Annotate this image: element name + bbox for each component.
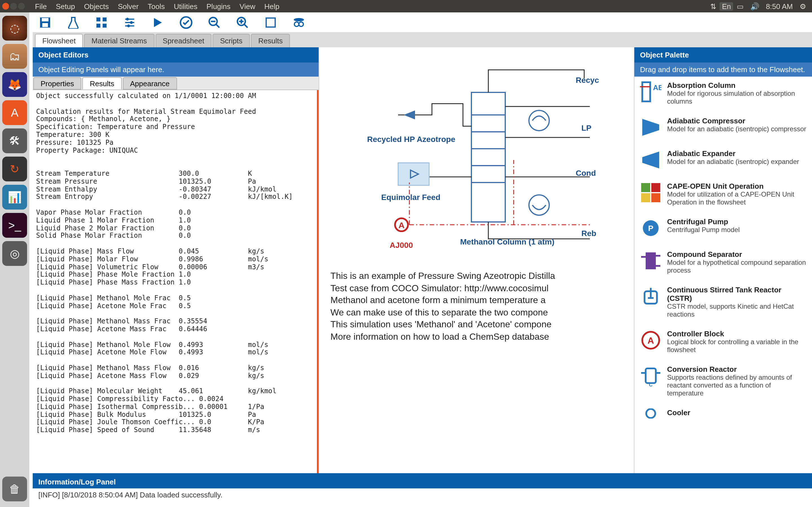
sub-tab-appearance[interactable]: Appearance [123, 77, 177, 90]
sliders-icon[interactable] [123, 15, 137, 29]
palette-item-compound-separator[interactable]: Compound SeparatorModel for a hypothetic… [635, 245, 812, 281]
object-editors-subheader: Object Editing Panels will appear here. [33, 62, 319, 76]
object-editors-panel: Object Editors Object Editing Panels wil… [33, 47, 319, 473]
label-lp: LP [581, 123, 592, 132]
flask-icon[interactable] [66, 15, 80, 29]
svg-rect-5 [96, 23, 100, 27]
palette-item-desc: Model for an adiabatic (isentropic) comp… [667, 125, 806, 133]
menu-setup[interactable]: Setup [51, 2, 80, 10]
play-icon[interactable] [151, 15, 165, 29]
palette-list[interactable]: AB Absorption ColumnModel for rigorous s… [635, 76, 812, 473]
label-reb: Reb [581, 229, 596, 238]
spy-icon[interactable] [292, 15, 306, 29]
palette-item-title: Absorption Column [667, 81, 806, 90]
menu-file[interactable]: File [31, 2, 51, 10]
launcher-updater-icon[interactable]: ↻ [2, 157, 27, 181]
info-panel-header: Information/Log Panel [33, 475, 812, 489]
label-cond: Cond [576, 168, 596, 177]
palette-item-cooler[interactable]: Cooler [635, 404, 812, 437]
palette-item-desc: Logical block for controlling a variable… [667, 338, 806, 354]
svg-rect-2 [42, 23, 48, 27]
svg-point-33 [529, 195, 549, 215]
tab-results[interactable]: Results [251, 34, 290, 47]
palette-item-cstr[interactable]: Continuous Stirred Tank Reactor (CSTR)CS… [635, 281, 812, 325]
gear-icon[interactable]: ⚙ [796, 2, 810, 10]
launcher-firefox-icon[interactable]: 🦊 [2, 72, 27, 97]
palette-item-centrifugal-pump[interactable]: P Centrifugal PumpCentrifugal Pump model [635, 213, 812, 245]
save-icon[interactable] [38, 15, 52, 29]
window-minimize-button[interactable] [10, 3, 17, 10]
svg-rect-4 [103, 17, 107, 21]
launcher-other-icon[interactable]: ◎ [2, 241, 27, 266]
sub-tab-properties[interactable]: Properties [33, 77, 82, 90]
svg-point-12 [127, 24, 130, 27]
grid-icon[interactable] [95, 15, 108, 29]
menu-view[interactable]: View [235, 2, 260, 10]
fit-icon[interactable] [264, 15, 277, 29]
tab-spreadsheet[interactable]: Spreadsheet [155, 34, 211, 47]
tab-flowsheet[interactable]: Flowsheet [35, 34, 83, 47]
clock[interactable]: 8:50 AM [763, 2, 796, 10]
compressor-icon [640, 117, 661, 138]
menu-help[interactable]: Help [260, 2, 284, 10]
window-close-button[interactable] [2, 3, 9, 10]
menu-solver[interactable]: Solver [113, 2, 143, 10]
tab-material-streams[interactable]: Material Streams [84, 34, 154, 47]
network-icon[interactable]: ⇅ [707, 2, 720, 10]
palette-item-absorption-column[interactable]: AB Absorption ColumnModel for rigorous s… [635, 76, 812, 112]
svg-marker-40 [642, 119, 659, 136]
object-palette-header: Object Palette [635, 47, 812, 62]
svg-text:C: C [649, 382, 653, 386]
system-menu-bar: File Setup Objects Solver Tools Utilitie… [0, 0, 812, 12]
svg-rect-44 [641, 193, 650, 202]
svg-rect-37 [642, 82, 650, 101]
svg-point-24 [294, 22, 299, 26]
expander-icon [640, 149, 661, 171]
volume-icon[interactable]: 🔊 [747, 2, 763, 10]
palette-item-title: Compound Separator [667, 250, 806, 259]
palette-item-adiabatic-expander[interactable]: Adiabatic ExpanderModel for an adiabatic… [635, 145, 812, 177]
palette-item-desc: Model for an adiabatic (isentropic) expa… [667, 158, 799, 166]
controller-a-node[interactable]: A [394, 217, 409, 232]
zoom-out-icon[interactable] [207, 15, 221, 29]
menu-objects[interactable]: Objects [80, 2, 113, 10]
label-aj000: AJ000 [390, 240, 413, 249]
launcher-dwsim-icon[interactable]: 📊 [2, 185, 27, 210]
svg-rect-42 [641, 183, 650, 192]
language-indicator[interactable]: En [720, 2, 733, 10]
palette-item-conversion-reactor[interactable]: C Conversion ReactorSupports reactions d… [635, 360, 812, 404]
battery-icon[interactable]: ▭ [733, 2, 747, 10]
launcher-software-icon[interactable]: A [2, 100, 27, 125]
svg-rect-3 [96, 17, 100, 21]
cooler-icon [640, 408, 661, 430]
svg-rect-26 [471, 93, 505, 222]
check-circle-icon[interactable] [179, 15, 193, 29]
palette-item-cape-open[interactable]: CAPE-OPEN Unit OperationModel for utiliz… [635, 177, 812, 213]
launcher-terminal-icon[interactable]: >_ [2, 213, 27, 238]
menu-utilities[interactable]: Utilities [169, 2, 202, 10]
palette-item-desc: Model for rigorous simulation of absorpt… [667, 90, 806, 105]
window-maximize-button[interactable] [18, 3, 25, 10]
information-log-panel: Information/Log Panel [INFO] [8/10/2018 … [33, 473, 812, 507]
flowsheet-canvas[interactable]: Recyc Recycled HP Azeotrope LP Cond Reb … [319, 47, 634, 473]
zoom-in-icon[interactable] [236, 15, 249, 29]
launcher-trash-icon[interactable]: 🗑 [2, 476, 27, 501]
menu-tools[interactable]: Tools [143, 2, 169, 10]
svg-text:AB: AB [653, 83, 661, 92]
launcher-dash-icon[interactable]: ◌ [2, 16, 27, 41]
label-methanol-column: Methanol Column (1 atm) [460, 237, 554, 246]
palette-item-desc: Supports reactions defined by amounts of… [667, 374, 806, 397]
palette-item-title: Conversion Reactor [667, 365, 806, 374]
palette-item-title: Centrifugal Pump [667, 217, 740, 226]
sub-tab-results[interactable]: Results [83, 77, 122, 90]
results-output[interactable]: Object successfully calculated on 1/1/00… [33, 90, 319, 473]
launcher-settings-icon[interactable]: 🛠 [2, 128, 27, 153]
palette-item-adiabatic-compressor[interactable]: Adiabatic CompressorModel for an adiabat… [635, 112, 812, 145]
svg-point-60 [646, 409, 655, 418]
palette-item-controller-block[interactable]: A Controller BlockLogical block for cont… [635, 325, 812, 360]
menu-plugins[interactable]: Plugins [202, 2, 235, 10]
svg-rect-43 [651, 183, 660, 192]
launcher-files-icon[interactable]: 🗂 [2, 44, 27, 69]
palette-item-title: CAPE-OPEN Unit Operation [667, 182, 806, 190]
tab-scripts[interactable]: Scripts [213, 34, 250, 47]
